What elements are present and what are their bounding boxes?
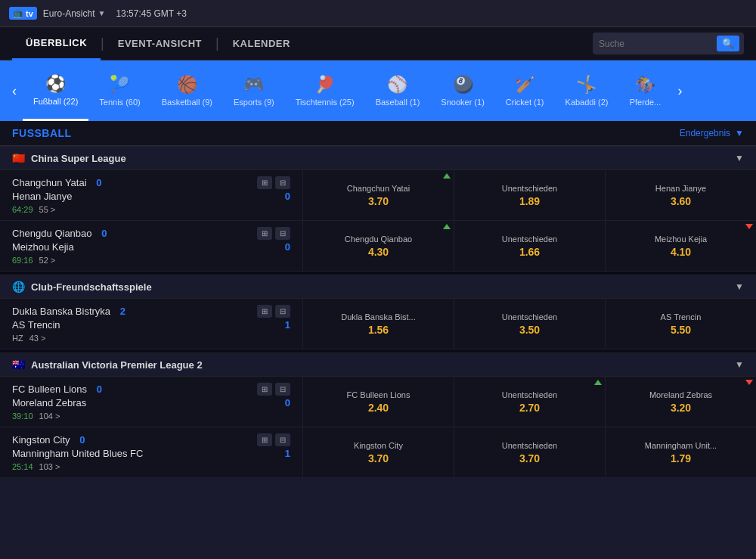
odds-cell-1-0-0[interactable]: Dukla Banska Bist... 1.56 bbox=[302, 299, 454, 349]
match-icon-btn-bet-2-1[interactable]: ⊟ bbox=[275, 433, 290, 446]
sport-tab-cricket[interactable]: 🏏 Cricket (1) bbox=[495, 61, 555, 121]
match-icon-btn-stats-2-1[interactable]: ⊞ bbox=[257, 433, 272, 446]
sport-tab-snooker[interactable]: 🎱 Snooker (1) bbox=[430, 61, 494, 121]
odds-cell-0-0-1[interactable]: Unentschieden 1.89 bbox=[454, 170, 605, 220]
esports-label: Esports (9) bbox=[234, 98, 274, 107]
match-icon-btn-stats-1-0[interactable]: ⊞ bbox=[257, 305, 272, 318]
match-left-2-1: Kingston City 0 ⊞ ⊟ Manningham United Bl… bbox=[0, 427, 302, 477]
league-title-0: China Super League bbox=[31, 153, 126, 164]
match-icon-btn-stats-2-0[interactable]: ⊞ bbox=[257, 383, 272, 396]
match-team1-row-0-0: Changchun Yatai 0 ⊞ ⊟ bbox=[12, 176, 290, 189]
cricket-icon: 🏏 bbox=[515, 75, 535, 95]
match-icons-0-0: ⊞ ⊟ bbox=[257, 176, 290, 189]
view-arrow-icon: ▼ bbox=[98, 9, 105, 17]
basketball-label: Basketball (9) bbox=[162, 98, 212, 107]
odds-label-0-0-2: Henan Jianye bbox=[655, 184, 706, 193]
search-input[interactable] bbox=[599, 39, 712, 49]
nav-item-uberblick[interactable]: ÜBERBLICK bbox=[12, 27, 101, 61]
sport-tab-tischtennis[interactable]: 🏓 Tischtennis (25) bbox=[285, 61, 365, 121]
odds-cell-2-1-1[interactable]: Unentschieden 3.70 bbox=[454, 427, 605, 477]
match-icon-btn-bet-0-0[interactable]: ⊟ bbox=[275, 176, 290, 189]
search-button[interactable]: 🔍 bbox=[717, 36, 739, 51]
league-row-2[interactable]: 🇦🇺 Australian Victoria Premier League 2 … bbox=[0, 352, 756, 377]
league-title-2: Australian Victoria Premier League 2 bbox=[31, 359, 203, 371]
match-icon-btn-stats-0-0[interactable]: ⊞ bbox=[257, 176, 272, 189]
league-name-0: 🇨🇳 China Super League bbox=[12, 152, 126, 164]
cricket-label: Cricket (1) bbox=[506, 98, 544, 107]
match-icon-btn-stats-0-1[interactable]: ⊞ bbox=[257, 227, 272, 240]
odds-cell-2-0-0[interactable]: FC Bulleen Lions 2.40 bbox=[302, 377, 454, 427]
league-title-1: Club-Freundschaftsspiele bbox=[31, 281, 152, 293]
team1-score-1-0: 2 bbox=[110, 306, 125, 317]
match-minute-2-1: 103 > bbox=[39, 462, 60, 471]
view-selector[interactable]: Euro-Ansicht ▼ bbox=[43, 8, 106, 19]
tennis-label: Tennis (60) bbox=[99, 98, 140, 107]
team1-score-0-0: 0 bbox=[87, 177, 102, 188]
odds-cell-0-0-2[interactable]: Henan Jianye 3.60 bbox=[605, 170, 756, 220]
match-teams-2-1: Kingston City 0 ⊞ ⊟ Manningham United Bl… bbox=[12, 433, 290, 459]
team2-score-2-1: 1 bbox=[275, 448, 290, 459]
tischtennis-label: Tischtennis (25) bbox=[296, 98, 355, 107]
match-status-hz: HZ bbox=[12, 334, 23, 343]
odds-label-1-0-0: Dukla Banska Bist... bbox=[341, 312, 415, 321]
nav-item-kalender[interactable]: KALENDER bbox=[219, 27, 304, 61]
odds-cell-2-1-2[interactable]: Manningham Unit... 1.79 bbox=[605, 427, 756, 477]
odds-value-2-1-0: 3.70 bbox=[368, 452, 389, 464]
team1-score-2-1: 0 bbox=[70, 434, 85, 446]
odds-cell-1-0-2[interactable]: AS Trencin 5.50 bbox=[605, 299, 756, 349]
odds-label-1-0-2: AS Trencin bbox=[661, 312, 702, 321]
league-row-0[interactable]: 🇨🇳 China Super League ▼ bbox=[0, 146, 756, 170]
league-flag-2: 🇦🇺 bbox=[12, 359, 25, 371]
match-minute-0-0: 55 > bbox=[39, 205, 56, 214]
match-row-2-1: Kingston City 0 ⊞ ⊟ Manningham United Bl… bbox=[0, 427, 756, 478]
league-flag-1: 🌐 bbox=[12, 281, 25, 293]
match-teams-2-0: FC Bulleen Lions 0 ⊞ ⊟ Moreland Zebras 0 bbox=[12, 383, 290, 408]
league-collapse-1[interactable]: ▼ bbox=[735, 281, 744, 292]
team2-name-2-1: Manningham United Blues FC bbox=[12, 448, 143, 459]
league-collapse-2[interactable]: ▼ bbox=[735, 359, 744, 370]
tennis-icon: 🎾 bbox=[110, 75, 130, 95]
section-filter[interactable]: Endergebnis ▼ bbox=[680, 128, 744, 138]
odds-section-2-0: FC Bulleen Lions 2.40 Unentschieden 2.70… bbox=[302, 377, 756, 427]
odds-value-1-0-2: 5.50 bbox=[671, 324, 691, 336]
match-icon-btn-bet-1-0[interactable]: ⊟ bbox=[275, 305, 290, 318]
nav-item-event-ansicht[interactable]: EVENT-ANSICHT bbox=[104, 27, 215, 61]
sport-tab-esports[interactable]: 🎮 Esports (9) bbox=[223, 61, 285, 121]
match-row-0-1: Chengdu Qianbao 0 ⊞ ⊟ Meizhou Kejia 0 69… bbox=[0, 221, 756, 272]
odds-label-2-0-2: Moreland Zebras bbox=[649, 390, 712, 399]
basketball-icon: 🏀 bbox=[177, 75, 197, 95]
team1-name-0-1: Chengdu Qianbao bbox=[12, 228, 92, 239]
odds-label-1-0-1: Unentschieden bbox=[502, 312, 557, 321]
sport-tab-kabaddi[interactable]: 🤸 Kabaddi (2) bbox=[555, 61, 619, 121]
league-flag-0: 🇨🇳 bbox=[12, 152, 25, 164]
match-left-2-0: FC Bulleen Lions 0 ⊞ ⊟ Moreland Zebras 0… bbox=[0, 377, 302, 427]
odds-cell-2-1-0[interactable]: Kingston City 3.70 bbox=[302, 427, 454, 477]
league-row-1[interactable]: 🌐 Club-Freundschaftsspiele ▼ bbox=[0, 275, 756, 299]
odds-triangle-up-icon bbox=[443, 224, 451, 229]
sport-tab-tennis[interactable]: 🎾 Tennis (60) bbox=[88, 61, 150, 121]
sport-tabs-prev-button[interactable]: ‹ bbox=[6, 61, 23, 121]
odds-cell-0-1-1[interactable]: Unentschieden 1.66 bbox=[454, 221, 605, 271]
match-left-1-0: Dukla Banska Bistryka 2 ⊞ ⊟ AS Trencin 1… bbox=[0, 299, 302, 349]
odds-cell-1-0-1[interactable]: Unentschieden 3.50 bbox=[454, 299, 605, 349]
sport-tab-baseball[interactable]: ⚾ Baseball (1) bbox=[365, 61, 431, 121]
sport-tab-basketball[interactable]: 🏀 Basketball (9) bbox=[151, 61, 223, 121]
team2-name-1-0: AS Trencin bbox=[12, 319, 60, 331]
sport-tab-fussball[interactable]: ⚽ Fußball (22) bbox=[23, 61, 88, 121]
odds-cell-2-0-1[interactable]: Unentschieden 2.70 bbox=[454, 377, 605, 427]
sport-tab-pferde[interactable]: 🏇 Pferde... bbox=[618, 61, 671, 121]
match-icon-btn-bet-2-0[interactable]: ⊟ bbox=[275, 383, 290, 396]
match-team1-row-0-1: Chengdu Qianbao 0 ⊞ ⊟ bbox=[12, 227, 290, 240]
league-collapse-0[interactable]: ▼ bbox=[735, 153, 744, 163]
odds-cell-2-0-2[interactable]: Moreland Zebras 3.20 bbox=[605, 377, 756, 427]
odds-cell-0-0-0[interactable]: Changchun Yatai 3.70 bbox=[302, 170, 454, 220]
odds-label-2-0-0: FC Bulleen Lions bbox=[347, 390, 411, 399]
sport-tabs-next-button[interactable]: › bbox=[671, 61, 688, 121]
odds-value-2-1-1: 3.70 bbox=[519, 452, 540, 464]
esports-icon: 🎮 bbox=[243, 75, 264, 95]
sport-tabs: ‹ ⚽ Fußball (22) 🎾 Tennis (60) 🏀 Basketb… bbox=[0, 61, 756, 121]
match-icon-btn-bet-0-1[interactable]: ⊟ bbox=[275, 227, 290, 240]
odds-cell-0-1-2[interactable]: Meizhou Kejia 4.10 bbox=[605, 221, 756, 271]
odds-cell-0-1-0[interactable]: Chengdu Qianbao 4.30 bbox=[302, 221, 454, 271]
match-row-0-0: Changchun Yatai 0 ⊞ ⊟ Henan Jianye 0 64:… bbox=[0, 170, 756, 221]
